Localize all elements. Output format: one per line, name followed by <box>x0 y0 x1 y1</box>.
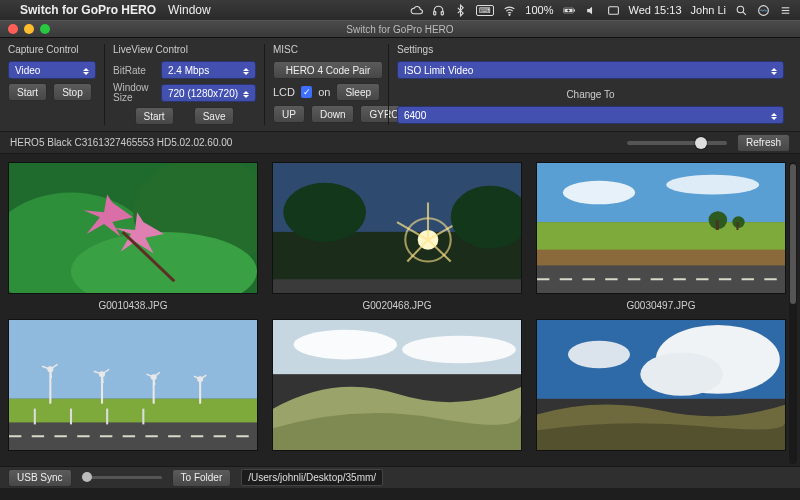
svg-point-26 <box>666 175 759 195</box>
menubar-status-area: ⌨ 100% Wed 15:13 John Li <box>410 4 792 17</box>
thumbnail-image[interactable] <box>536 162 786 294</box>
chevron-updown-icon <box>240 87 252 101</box>
fastswitch-icon[interactable] <box>607 4 620 17</box>
bitrate-select[interactable]: 2.4 Mbps <box>161 61 256 79</box>
battery-icon[interactable] <box>563 4 576 17</box>
keyboard-lang-icon[interactable]: ⌨ <box>476 5 494 16</box>
gallery-scrollbar[interactable] <box>789 162 797 464</box>
app-menu-name[interactable]: Switch for GoPro HERO <box>20 3 156 17</box>
controls-toolbar: Capture Control Video Start Stop LiveVie… <box>0 38 800 132</box>
capture-mode-select[interactable]: Video <box>8 61 96 79</box>
settings-preset-value: ISO Limit Video <box>404 65 473 76</box>
volume-icon[interactable] <box>585 4 598 17</box>
thumbnail-size-slider[interactable] <box>627 141 727 145</box>
svg-rect-6 <box>608 6 618 14</box>
capture-start-button[interactable]: Start <box>8 83 47 101</box>
liveview-save-button[interactable]: Save <box>194 107 235 125</box>
svg-rect-36 <box>9 399 257 425</box>
battery-percent: 100% <box>525 4 553 16</box>
usb-sync-button[interactable]: USB Sync <box>8 469 72 487</box>
headphones-icon[interactable] <box>432 4 445 17</box>
wifi-icon[interactable] <box>503 4 516 17</box>
window-title: Switch for GoPro HERO <box>0 24 800 35</box>
destination-path[interactable]: /Users/johnli/Desktop/35mm/ <box>241 469 383 486</box>
thumbnail-image[interactable] <box>272 162 522 294</box>
refresh-button[interactable]: Refresh <box>737 134 790 152</box>
svg-rect-34 <box>736 222 738 230</box>
lcd-on-label: on <box>318 86 330 98</box>
svg-rect-4 <box>574 9 575 11</box>
lcd-label: LCD <box>273 86 295 98</box>
down-button[interactable]: Down <box>311 105 355 123</box>
winsize-label: Window Size <box>113 83 155 103</box>
winsize-select[interactable]: 720 (1280x720) <box>161 84 256 102</box>
slider-thumb[interactable] <box>695 137 707 149</box>
settings-panel: Settings ISO Limit Video Change To 6400 <box>388 44 792 125</box>
svg-point-7 <box>737 6 744 13</box>
svg-rect-1 <box>442 11 444 14</box>
zoom-button[interactable] <box>40 24 50 34</box>
svg-point-57 <box>568 341 630 369</box>
clock[interactable]: Wed 15:13 <box>629 4 682 16</box>
svg-rect-23 <box>273 279 521 293</box>
thumbnail-cell[interactable]: G0010438.JPG <box>8 162 258 319</box>
svg-point-53 <box>402 336 516 364</box>
svg-point-52 <box>294 330 397 360</box>
thumbnail-cell[interactable] <box>272 319 522 451</box>
thumbnail-cell[interactable]: G0020468.JPG <box>272 162 522 319</box>
slider-thumb[interactable] <box>82 472 92 482</box>
thumbnail-cell[interactable]: G0030497.JPG <box>536 162 786 319</box>
notification-center-icon[interactable] <box>779 4 792 17</box>
liveview-start-button[interactable]: Start <box>135 107 174 125</box>
lcd-on-checkbox[interactable]: ✓ <box>301 86 312 98</box>
svg-point-56 <box>640 353 723 396</box>
siri-icon[interactable] <box>757 4 770 17</box>
settings-value: 6400 <box>404 110 426 121</box>
svg-rect-35 <box>9 320 257 399</box>
minimize-button[interactable] <box>24 24 34 34</box>
capture-stop-button[interactable]: Stop <box>53 83 92 101</box>
chevron-updown-icon <box>768 64 780 78</box>
bluetooth-icon[interactable] <box>454 4 467 17</box>
menu-window[interactable]: Window <box>168 3 211 17</box>
thumbnail-filename: G0010438.JPG <box>99 294 168 319</box>
spotlight-icon[interactable] <box>735 4 748 17</box>
sleep-button[interactable]: Sleep <box>336 83 380 101</box>
chevron-updown-icon <box>768 109 780 123</box>
misc-panel: MISC HERO 4 Code Pair LCD ✓ on Sleep UP … <box>264 44 388 125</box>
sync-progress-slider[interactable] <box>82 476 162 479</box>
misc-title: MISC <box>273 44 380 55</box>
footer-bar: USB Sync To Folder /Users/johnli/Desktop… <box>0 466 800 488</box>
up-button[interactable]: UP <box>273 105 305 123</box>
settings-preset-select[interactable]: ISO Limit Video <box>397 61 784 79</box>
svg-rect-32 <box>716 220 719 230</box>
thumbnail-image[interactable] <box>536 319 786 451</box>
settings-value-select[interactable]: 6400 <box>397 106 784 124</box>
window-titlebar[interactable]: Switch for GoPro HERO <box>0 20 800 38</box>
thumbnail-image[interactable] <box>8 319 258 451</box>
capture-mode-value: Video <box>15 65 40 76</box>
user-name[interactable]: John Li <box>691 4 726 16</box>
winsize-value: 720 (1280x720) <box>168 88 238 99</box>
thumbnail-cell[interactable] <box>8 319 258 451</box>
svg-rect-28 <box>537 250 785 268</box>
thumbnail-grid[interactable]: G0010438.JPG G0020468.JPG <box>8 162 786 466</box>
close-button[interactable] <box>8 24 18 34</box>
thumbnail-image[interactable] <box>8 162 258 294</box>
device-header: HERO5 Black C3161327465553 HD5.02.02.60.… <box>0 132 800 154</box>
svg-point-25 <box>563 181 635 205</box>
to-folder-button[interactable]: To Folder <box>172 469 232 487</box>
chevron-updown-icon <box>240 64 252 78</box>
thumbnail-image[interactable] <box>272 319 522 451</box>
svg-point-2 <box>509 14 510 15</box>
code-pair-button[interactable]: HERO 4 Code Pair <box>273 61 383 79</box>
gallery-area: G0010438.JPG G0020468.JPG <box>0 154 800 466</box>
thumbnail-filename: G0030497.JPG <box>627 294 696 319</box>
thumbnail-filename: G0020468.JPG <box>363 294 432 319</box>
thumbnail-cell[interactable] <box>536 319 786 451</box>
cloud-icon[interactable] <box>410 4 423 17</box>
chevron-updown-icon <box>80 64 92 78</box>
liveview-title: LiveView Control <box>113 44 256 55</box>
bitrate-label: BitRate <box>113 65 155 76</box>
scrollbar-thumb[interactable] <box>790 164 796 304</box>
